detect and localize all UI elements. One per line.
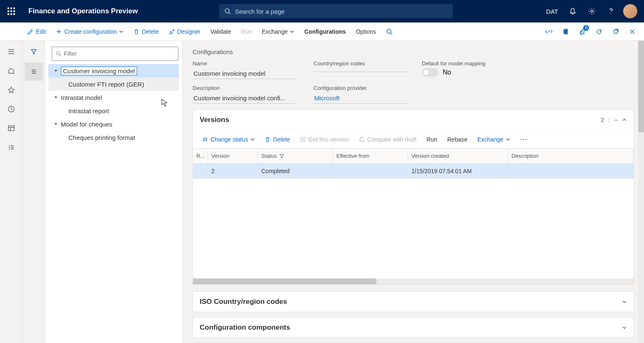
link-icon[interactable] (541, 22, 557, 41)
user-avatar[interactable] (621, 0, 640, 22)
tree-node-customer-invoicing-model[interactable]: Customer invoicing model (48, 64, 179, 77)
caret-down-icon[interactable] (51, 122, 61, 126)
caret-down-icon[interactable] (51, 95, 61, 99)
filter-tab[interactable] (25, 42, 43, 61)
svg-line-1 (229, 12, 231, 14)
notifications-icon[interactable] (563, 0, 582, 22)
cell-status: Completed (258, 164, 333, 178)
cell-description (508, 164, 634, 178)
col-version-created[interactable]: Version created (408, 149, 508, 163)
home-icon[interactable] (0, 62, 23, 80)
svg-point-8 (56, 52, 60, 55)
tree-node-intrastat-report[interactable]: Intrastat report (48, 104, 179, 117)
exchange-button[interactable]: Exchange (257, 22, 299, 41)
compare-button: Compare with draft (354, 130, 421, 149)
iso-section[interactable]: ISO Country/region codes (193, 291, 634, 312)
delete-version-button[interactable]: Delete (260, 130, 295, 149)
validate-button[interactable]: Validate (205, 22, 236, 41)
hamburger-icon[interactable] (0, 42, 23, 61)
change-status-button[interactable]: Change status (197, 130, 260, 149)
get-version-button: Get this version (295, 130, 354, 149)
cell-effective-from (333, 164, 408, 178)
designer-button[interactable]: Designer (164, 22, 205, 41)
versions-count: 2 (601, 117, 604, 123)
col-description[interactable]: Description (508, 149, 634, 163)
tree-filter-input[interactable] (64, 50, 175, 57)
versions-dash: -- (614, 117, 618, 123)
tree-node-cheques-printing-format[interactable]: Cheques printing format (48, 131, 179, 144)
attachments-icon[interactable]: 0 (574, 22, 591, 41)
find-button[interactable] (381, 22, 398, 41)
tree-filter[interactable] (52, 47, 178, 61)
refresh-icon[interactable] (591, 22, 607, 41)
nav-rail (0, 41, 23, 343)
close-icon[interactable] (624, 22, 641, 41)
create-config-label: Create configuration (64, 28, 117, 35)
ellipsis-icon (520, 138, 527, 141)
modules-icon[interactable] (0, 138, 23, 157)
svg-rect-7 (8, 126, 14, 131)
tree-node-intrastat-model[interactable]: Intrastat model (48, 91, 179, 104)
name-value[interactable]: Customer invoicing model (193, 68, 297, 79)
provider-label: Configuration provider (313, 85, 405, 91)
tree-label: Customer FTI report (GER) (68, 81, 144, 88)
help-icon[interactable] (601, 0, 621, 22)
exchange-label: Exchange (262, 28, 288, 35)
caret-down-icon[interactable] (51, 69, 61, 73)
name-label: Name (193, 60, 297, 67)
plus-icon (56, 29, 62, 35)
filter-icon[interactable] (279, 154, 284, 159)
delete-label: Delete (142, 28, 158, 35)
rebase-button[interactable]: Rebase (442, 130, 472, 149)
chevron-down-icon (506, 137, 510, 142)
company-picker[interactable]: DAT (541, 0, 563, 22)
tree-node-model-for-cheques[interactable]: Model for cheques (48, 117, 179, 131)
region-label: Country/region codes (313, 60, 405, 67)
app-title: Finance and Operations Preview (28, 7, 138, 15)
col-r[interactable]: R... (193, 149, 208, 163)
search-icon (55, 51, 61, 57)
office-icon[interactable] (557, 22, 574, 41)
settings-icon[interactable] (582, 0, 601, 22)
configurations-tab[interactable]: Configurations (299, 22, 351, 41)
tree-label: Customer invoicing model (61, 67, 137, 75)
favorites-icon[interactable] (0, 81, 23, 99)
app-launcher-icon[interactable] (0, 0, 23, 22)
chevron-up-icon[interactable] (622, 117, 627, 122)
provider-value[interactable]: Microsoft (313, 93, 409, 104)
exchange-version-button[interactable]: Exchange (472, 130, 515, 149)
tree-label: Intrastat model (61, 94, 102, 101)
recent-icon[interactable] (0, 100, 23, 118)
col-version[interactable]: Version (208, 149, 258, 163)
vertical-scrollbar[interactable] (638, 41, 644, 343)
col-effective-from[interactable]: Effective from (333, 149, 408, 163)
description-value[interactable]: Customer invoicing model confi... (193, 93, 297, 104)
main: Customer invoicing model Customer FTI re… (0, 41, 644, 343)
options-button[interactable]: Options (351, 22, 381, 41)
chevron-down-icon (119, 30, 123, 34)
run-version-button[interactable]: Run (421, 130, 442, 149)
create-configuration-button[interactable]: Create configuration (51, 22, 128, 41)
components-section[interactable]: Configuration components (193, 317, 634, 338)
global-search[interactable]: Search for a page (219, 4, 453, 18)
horizontal-scrollbar[interactable] (193, 278, 634, 284)
top-header: Finance and Operations Preview Search fo… (0, 0, 644, 22)
table-row[interactable]: 2 Completed 1/15/2019 07:54:01 AM (193, 164, 634, 179)
svg-point-2 (591, 10, 593, 12)
default-model-toggle[interactable] (422, 68, 439, 77)
trash-icon (133, 29, 139, 35)
region-value[interactable] (313, 68, 409, 72)
col-status[interactable]: Status (258, 149, 333, 163)
tree-node-customer-fti-report[interactable]: Customer FTI report (GER) (48, 77, 179, 91)
list-tab[interactable] (25, 62, 43, 81)
cell-version-created: 1/15/2019 07:54:01 AM (408, 164, 508, 178)
chevron-down-icon (622, 325, 627, 330)
edit-button[interactable]: Edit (23, 22, 51, 41)
chevron-down-icon (622, 299, 627, 304)
workspaces-icon[interactable] (0, 119, 23, 137)
svg-point-4 (387, 29, 391, 33)
search-placeholder: Search for a page (235, 8, 285, 15)
delete-button[interactable]: Delete (128, 22, 163, 41)
more-button[interactable] (515, 130, 532, 149)
popout-icon[interactable] (607, 22, 624, 41)
